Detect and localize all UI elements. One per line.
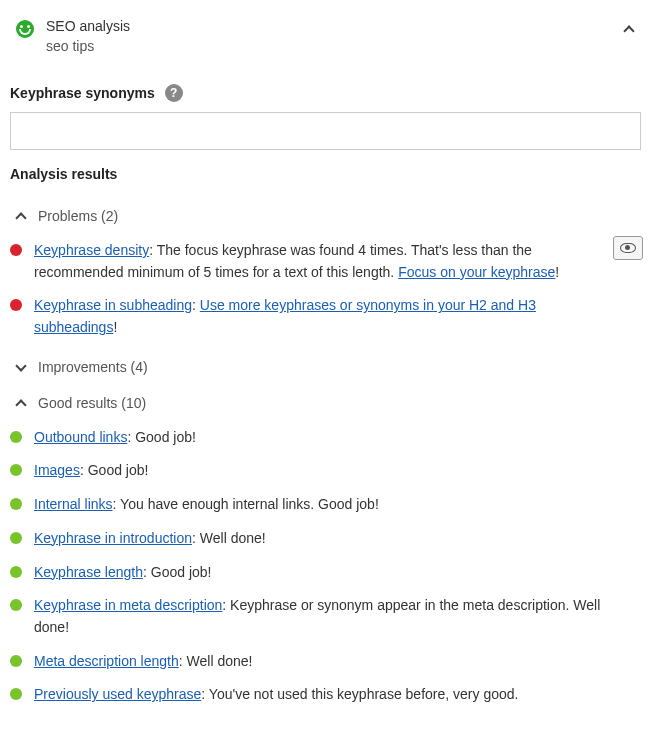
smiley-icon — [16, 20, 34, 38]
result-link[interactable]: Internal links — [34, 496, 113, 512]
chevron-up-icon — [15, 212, 26, 223]
good-results-group-toggle[interactable]: Good results (10) — [10, 385, 643, 421]
result-row: Outbound links: Good job! — [10, 421, 643, 455]
synonyms-label-text: Keyphrase synonyms — [10, 85, 155, 101]
result-link[interactable]: Outbound links — [34, 429, 127, 445]
result-link[interactable]: Keyphrase in subheading — [34, 297, 192, 313]
green-bullet-icon — [10, 566, 22, 578]
result-action-link[interactable]: Focus on your keyphrase — [398, 264, 555, 280]
result-row: Meta description length: Well done! — [10, 645, 643, 679]
problems-group-toggle[interactable]: Problems (2) — [10, 198, 643, 234]
result-text: Keyphrase length: Good job! — [34, 562, 643, 584]
seo-analysis-header[interactable]: SEO analysis seo tips — [10, 10, 643, 68]
result-text: Outbound links: Good job! — [34, 427, 643, 449]
panel-title: SEO analysis — [46, 18, 625, 34]
improvements-group-toggle[interactable]: Improvements (4) — [10, 349, 643, 385]
result-text: Keyphrase in introduction: Well done! — [34, 528, 643, 550]
collapse-toggle[interactable] — [625, 22, 633, 38]
result-text: Keyphrase density: The focus keyphrase w… — [34, 240, 643, 283]
result-link[interactable]: Keyphrase in introduction — [34, 530, 192, 546]
result-row: Keyphrase length: Good job! — [10, 556, 643, 590]
improvements-group-label: Improvements (4) — [38, 359, 148, 375]
highlight-toggle-button[interactable] — [613, 236, 643, 260]
chevron-down-icon — [15, 360, 26, 371]
result-row: Internal links: You have enough internal… — [10, 488, 643, 522]
result-row: Keyphrase in subheading: Use more keyphr… — [10, 289, 643, 344]
green-bullet-icon — [10, 599, 22, 611]
result-row: Keyphrase density: The focus keyphrase w… — [10, 234, 643, 289]
analysis-results-label: Analysis results — [10, 166, 643, 182]
result-row: Keyphrase in introduction: Well done! — [10, 522, 643, 556]
green-bullet-icon — [10, 498, 22, 510]
result-link[interactable]: Meta description length — [34, 653, 179, 669]
result-text: Keyphrase in subheading: Use more keyphr… — [34, 295, 643, 338]
result-row: Keyphrase in meta description: Keyphrase… — [10, 589, 643, 644]
problems-group-label: Problems (2) — [38, 208, 118, 224]
keyphrase-synonyms-label: Keyphrase synonyms ? — [10, 84, 643, 102]
result-text: Keyphrase in meta description: Keyphrase… — [34, 595, 643, 638]
result-text: Previously used keyphrase: You've not us… — [34, 684, 643, 706]
result-link[interactable]: Images — [34, 462, 80, 478]
good-results-group-label: Good results (10) — [38, 395, 146, 411]
green-bullet-icon — [10, 655, 22, 667]
chevron-up-icon — [623, 25, 634, 36]
result-text: Internal links: You have enough internal… — [34, 494, 643, 516]
result-link[interactable]: Keyphrase density — [34, 242, 149, 258]
result-link[interactable]: Keyphrase length — [34, 564, 143, 580]
result-row: Images: Good job! — [10, 454, 643, 488]
green-bullet-icon — [10, 532, 22, 544]
green-bullet-icon — [10, 688, 22, 700]
chevron-up-icon — [15, 399, 26, 410]
red-bullet-icon — [10, 299, 22, 311]
red-bullet-icon — [10, 244, 22, 256]
keyphrase-synonyms-input[interactable] — [10, 112, 641, 150]
result-link[interactable]: Keyphrase in meta description — [34, 597, 222, 613]
help-icon[interactable]: ? — [165, 84, 183, 102]
result-text: Meta description length: Well done! — [34, 651, 643, 673]
eye-icon — [620, 243, 636, 253]
result-link[interactable]: Previously used keyphrase — [34, 686, 201, 702]
focus-keyphrase: seo tips — [46, 38, 625, 54]
green-bullet-icon — [10, 464, 22, 476]
result-text: Images: Good job! — [34, 460, 643, 482]
result-row: Previously used keyphrase: You've not us… — [10, 678, 643, 712]
green-bullet-icon — [10, 431, 22, 443]
